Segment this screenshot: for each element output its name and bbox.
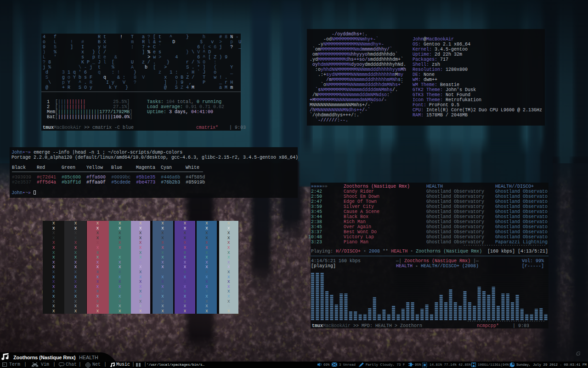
svg-text:Zoothorns (Nastique Rmx): Zoothorns (Nastique Rmx) (13, 355, 76, 360)
svg-text:HEALTH: HEALTH (79, 355, 98, 360)
